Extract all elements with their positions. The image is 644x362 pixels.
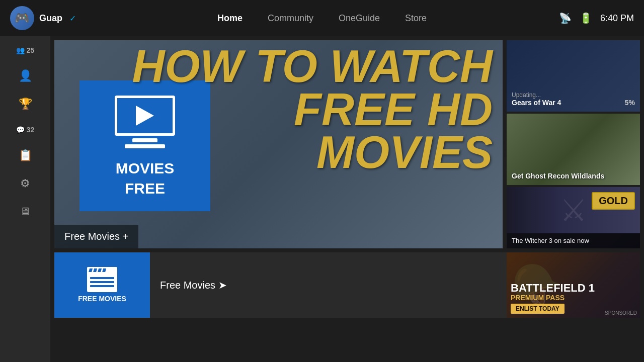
sidebar-item-profile[interactable]: 👤 [19, 69, 32, 82]
bf-title: BATTLEFIELD 1 [511, 283, 636, 294]
witcher-silhouette: ⚔ [560, 193, 587, 228]
featured-row: MOVIES FREE HOW TO WATCH FREE HD MOVIES … [50, 36, 644, 252]
username: Guap [39, 13, 62, 24]
movies-app-icon: MOVIES FREE [79, 80, 210, 211]
gears-title: Gears of War 4 [512, 99, 561, 107]
trophy-icon: 🏆 [19, 98, 32, 111]
monitor-icon [115, 96, 175, 136]
free-movies-tile-label: FREE MOVIES [78, 295, 126, 303]
user-section: 🎮 Guap ✓ [10, 6, 101, 30]
sponsored-label: SPONSORED [605, 310, 637, 316]
top-bar: 🎮 Guap ✓ Home Community OneGuide Store 📡… [0, 0, 644, 36]
sidebar-item-display[interactable]: 🖥 [20, 205, 31, 218]
sidebar-item-activity[interactable]: 📋 [19, 149, 32, 162]
sidebar-item-achievements[interactable]: 🏆 [19, 98, 32, 111]
bf-subtitle: PREMIUM PASS [511, 294, 636, 302]
nav-store[interactable]: Store [405, 13, 427, 24]
content-area: MOVIES FREE HOW TO WATCH FREE HD MOVIES … [50, 36, 644, 362]
clock: 6:40 PM [600, 13, 634, 24]
sidebar-item-messages[interactable]: 💬 32 [16, 126, 35, 134]
ghost-recon-label: Get Ghost Recon Wildlands [512, 172, 604, 180]
gold-badge: GOLD [592, 192, 635, 210]
updating-label: Updating... [512, 92, 635, 99]
sidebar-item-settings[interactable]: ⚙ [20, 177, 30, 190]
featured-background: MOVIES FREE HOW TO WATCH FREE HD MOVIES … [54, 40, 503, 248]
friends-icon: 👥 25 [16, 46, 35, 54]
broadcast-icon[interactable]: 📡 [559, 12, 572, 24]
sidebar-item-friends[interactable]: 👥 25 [16, 46, 35, 54]
battery-icon: 🔋 [580, 12, 592, 24]
display-icon: 🖥 [20, 205, 31, 218]
battlefield-card[interactable]: 🪖 BATTLEFIELD 1 PREMIUM PASS ENLIST TODA… [507, 252, 640, 318]
nav-oneguide[interactable]: OneGuide [339, 13, 380, 24]
bf-enlist-button[interactable]: ENLIST TODAY [511, 304, 565, 314]
settings-icon: ⚙ [20, 177, 30, 190]
card-ghost-recon[interactable]: Get Ghost Recon Wildlands [507, 114, 640, 185]
free-movies-tile[interactable]: FREE MOVIES [54, 252, 150, 318]
nav-community[interactable]: Community [268, 13, 313, 24]
activity-icon: 📋 [19, 149, 32, 162]
card-witcher[interactable]: ⚔ GOLD The Witcher 3 on sale now [507, 187, 640, 248]
witcher-label: The Witcher 3 on sale now [507, 233, 640, 248]
gears-title-row: Gears of War 4 5% [512, 99, 635, 107]
bottom-row: FREE MOVIES Free Movies ➤ 🪖 [54, 252, 640, 318]
main-layout: 👥 25 👤 🏆 💬 32 📋 ⚙ 🖥 [0, 36, 644, 362]
overlay-line2: FREE HD [294, 88, 493, 132]
featured-main[interactable]: MOVIES FREE HOW TO WATCH FREE HD MOVIES … [54, 40, 503, 248]
avatar: 🎮 [10, 6, 34, 30]
messages-icon: 💬 32 [16, 126, 35, 134]
card-gears-updating[interactable]: Updating... Gears of War 4 5% [507, 40, 640, 112]
top-bar-right: 📡 🔋 6:40 PM [559, 12, 634, 24]
gears-progress: 5% [625, 99, 635, 107]
right-panel: Updating... Gears of War 4 5% Get Ghost … [507, 40, 640, 248]
profile-icon: 👤 [19, 69, 32, 82]
overlay-line3: MOVIES [316, 131, 493, 174]
app-title-line2: FREE [125, 181, 165, 196]
play-icon [136, 106, 154, 126]
sidebar: 👥 25 👤 🏆 💬 32 📋 ⚙ 🖥 [0, 36, 50, 362]
clapboard-icon [87, 267, 117, 292]
featured-label: Free Movies + [54, 225, 138, 248]
verified-icon: ✓ [69, 14, 76, 23]
nav-home[interactable]: Home [217, 13, 243, 24]
app-title-line1: MOVIES [116, 161, 175, 176]
main-nav: Home Community OneGuide Store [217, 13, 427, 24]
free-movies-section[interactable]: Free Movies ➤ [150, 252, 507, 318]
free-movies-link-text: Free Movies ➤ [160, 279, 227, 291]
